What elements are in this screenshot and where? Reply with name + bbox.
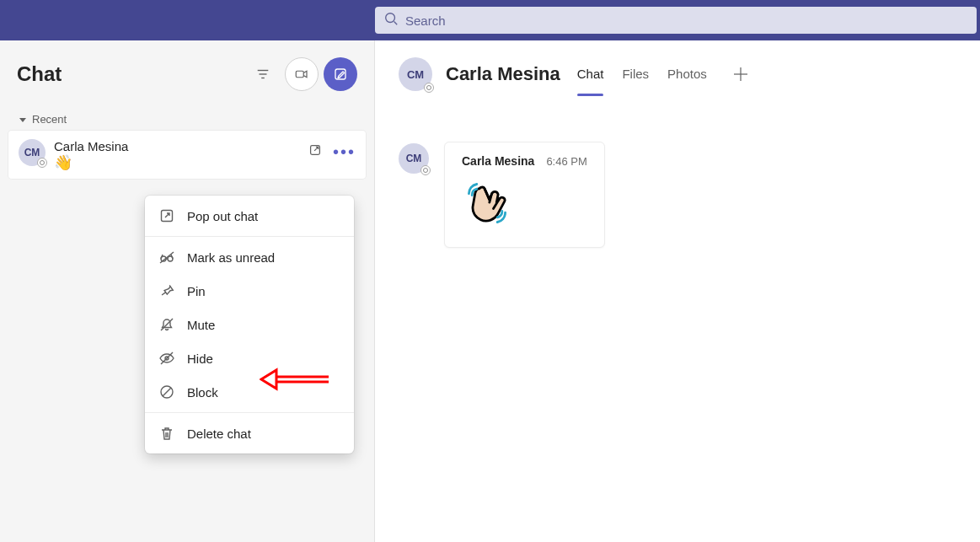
more-options-button[interactable]: ••• [333,147,356,157]
chat-list-item[interactable]: CM Carla Mesina 👋 ••• [8,131,366,179]
message-bubble[interactable]: Carla Mesina 6:46 PM [444,142,605,248]
conversation-tabs: Chat Files Photos [577,46,751,103]
svg-line-13 [161,319,173,330]
svg-point-0 [386,13,395,23]
presence-offline-icon [424,83,434,93]
titlebar: Search [0,0,980,40]
search-icon [383,11,399,30]
filter-button[interactable] [246,57,280,91]
menu-hide[interactable]: Hide [145,341,354,375]
filter-icon [255,67,270,82]
global-search[interactable]: Search [375,7,977,34]
svg-line-1 [394,22,398,25]
chat-item-text: Carla Mesina 👋 [54,139,299,170]
message-time: 6:46 PM [546,155,586,168]
presence-offline-icon [420,165,431,175]
block-icon [158,384,175,400]
menu-pin-label: Pin [187,284,206,298]
menu-block[interactable]: Block [145,375,354,409]
tab-chat[interactable]: Chat [577,46,604,103]
chat-item-preview: 👋 [54,155,299,170]
menu-separator [145,412,354,413]
menu-hide-label: Hide [187,351,213,366]
compose-icon [333,67,348,82]
pin-icon [158,282,175,299]
message-row: CM Carla Mesina 6:46 PM [399,142,956,248]
conversation-title: Carla Mesina [446,63,560,85]
menu-unread-label: Mark as unread [187,250,275,265]
menu-popout[interactable]: Pop out chat [145,199,354,233]
search-container: Search [375,0,980,40]
popout-icon[interactable] [308,142,323,161]
chat-list-pane: Chat Recent [0,40,375,542]
menu-delete[interactable]: Delete chat [145,416,354,450]
trash-icon [158,425,175,442]
recent-section-toggle[interactable]: Recent [8,108,366,131]
avatar-initials: CM [407,68,424,81]
menu-mute[interactable]: Mute [145,308,354,341]
eye-off-icon [158,350,175,367]
menu-delete-label: Delete chat [187,427,251,441]
menu-pin[interactable]: Pin [145,274,354,308]
avatar-initials: CM [406,153,422,164]
tab-photos[interactable]: Photos [667,46,707,103]
avatar: CM [399,57,432,91]
svg-line-17 [163,388,171,396]
chevron-down-icon [19,115,27,124]
video-icon [294,67,309,82]
plus-icon [731,64,751,84]
search-placeholder: Search [405,13,446,28]
svg-rect-5 [296,71,303,78]
conversation-header: CM Carla Mesina Chat Files Photos [375,40,980,108]
message-author: Carla Mesina [462,154,534,168]
bell-off-icon [158,316,175,333]
menu-popout-label: Pop out chat [187,209,258,223]
menu-mute-label: Mute [187,318,215,332]
titlebar-left-spacer [0,0,375,40]
message-body [462,178,587,232]
page-title: Chat [17,62,241,86]
message-list: CM Carla Mesina 6:46 PM [375,108,980,282]
meet-now-button[interactable] [285,57,319,91]
menu-mark-unread[interactable]: Mark as unread [145,240,354,274]
avatar-initials: CM [24,147,40,158]
chat-context-menu: Pop out chat Mark as unread Pin Mute Hid… [145,196,354,453]
wave-emoji-icon [462,217,512,231]
glasses-icon [158,249,175,266]
svg-marker-7 [19,118,26,122]
new-chat-button[interactable] [324,57,357,91]
avatar: CM [399,143,429,174]
chat-item-name: Carla Mesina [54,139,299,153]
menu-separator [145,236,354,237]
tab-files[interactable]: Files [622,46,649,103]
popout-icon [158,207,175,224]
conversation-pane: CM Carla Mesina Chat Files Photos CM [375,40,980,542]
avatar: CM [19,139,46,166]
add-tab-button[interactable] [731,64,751,84]
chat-list-header: Chat [0,40,374,108]
recent-label: Recent [32,113,67,126]
menu-block-label: Block [187,385,218,400]
presence-offline-icon [37,158,47,168]
